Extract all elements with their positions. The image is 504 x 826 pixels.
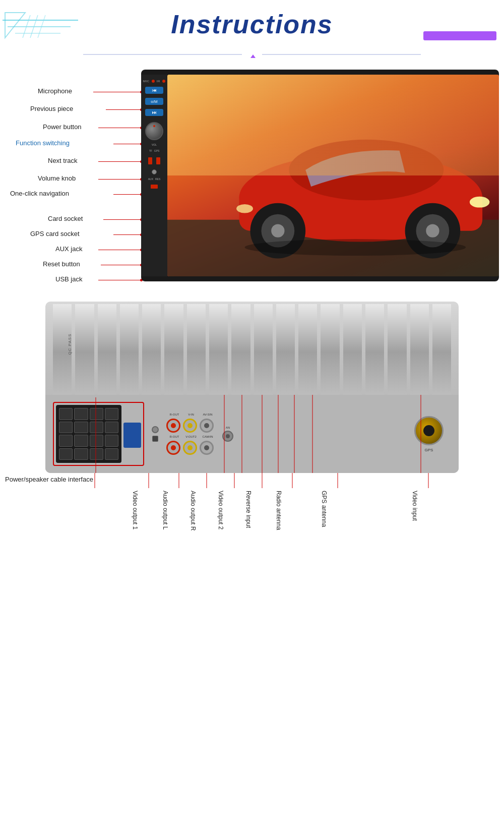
page-title: Instructions (0, 9, 504, 39)
label-one-click-nav: One-click navigation (10, 190, 69, 197)
line-next (98, 161, 142, 162)
line-card (103, 219, 142, 220)
bottom-label-lines (5, 473, 499, 665)
label-video-input: Video input (411, 491, 418, 521)
line-nav (113, 194, 142, 195)
line-usb (98, 280, 142, 280)
svg-point-22 (236, 204, 253, 213)
label-reverse-input: Reverse input (245, 491, 252, 528)
label-reset: Reset button (43, 260, 80, 268)
line-previous (106, 109, 143, 110)
line-power (98, 128, 142, 128)
heatsink-fins (53, 302, 451, 400)
an-connector: AN (222, 426, 233, 442)
car-display-image (167, 75, 499, 276)
svg-marker-10 (250, 54, 256, 58)
front-panel-device: MIC IR ⏮ o/M ⏭ VOL TF GPS (141, 70, 499, 281)
label-video-output1: Video output 1 (132, 491, 139, 529)
label-usb: USB jack (55, 275, 82, 283)
line-reset (101, 265, 141, 265)
label-aux-jack: AUX jack (55, 245, 82, 253)
svg-point-17 (271, 224, 284, 238)
label-power-button: Power button (43, 123, 82, 131)
label-microphone: Microphone (38, 87, 72, 95)
gps-antenna-connector: GPS (414, 416, 444, 452)
main-connector-box (53, 402, 144, 466)
back-panel-section: QC PASS (5, 302, 499, 665)
front-panel-section: Microphone Previous piece Power button F… (5, 60, 499, 291)
svg-point-23 (245, 239, 466, 256)
label-previous-piece: Previous piece (30, 105, 73, 112)
panel-screen (167, 75, 499, 276)
main-connector-block (56, 405, 121, 463)
back-panel-labels: Power/speaker cable interface Video outp… (5, 473, 499, 665)
label-volume-knob: Volume knob (38, 174, 76, 182)
label-audio-output-l: Audio output L (162, 491, 169, 529)
line-function (113, 144, 142, 144)
label-card-socket: Card socket (48, 215, 83, 222)
blue-connector (123, 423, 141, 448)
qc-pass-label: QC PASS (68, 334, 72, 355)
label-function-switching: Function switching (16, 139, 70, 147)
rca-bottom-row (166, 441, 215, 455)
line-microphone (93, 92, 143, 92)
label-gps-antenna: GPS antenna (321, 491, 328, 527)
page-header: Instructions (0, 0, 504, 44)
svg-rect-24 (167, 75, 499, 175)
rca-connectors-group: R-OUT V-IN AV-SIN (166, 413, 215, 455)
label-audio-output-r: Audio output R (190, 491, 197, 530)
back-panel-device: QC PASS (45, 302, 459, 473)
line-gps-card (113, 234, 142, 235)
line-volume (98, 179, 142, 180)
label-power-speaker: Power/speaker cable interface (5, 476, 93, 483)
line-aux (98, 250, 142, 250)
label-gps-card: GPS card socket (30, 230, 80, 238)
svg-point-21 (470, 197, 489, 208)
panel-controls-strip: MIC IR ⏮ o/M ⏭ VOL TF GPS (141, 75, 167, 276)
label-video-output2: Video output 2 (217, 491, 224, 529)
small-connectors (152, 426, 159, 442)
rca-top-row (166, 419, 215, 433)
label-next-track: Next track (48, 157, 78, 164)
svg-point-20 (426, 224, 439, 238)
connectors-row: R-OUT V-IN AV-SIN (45, 395, 459, 473)
label-radio-antenna: Radio antenna (275, 491, 282, 530)
gps-label: GPS (425, 448, 433, 452)
